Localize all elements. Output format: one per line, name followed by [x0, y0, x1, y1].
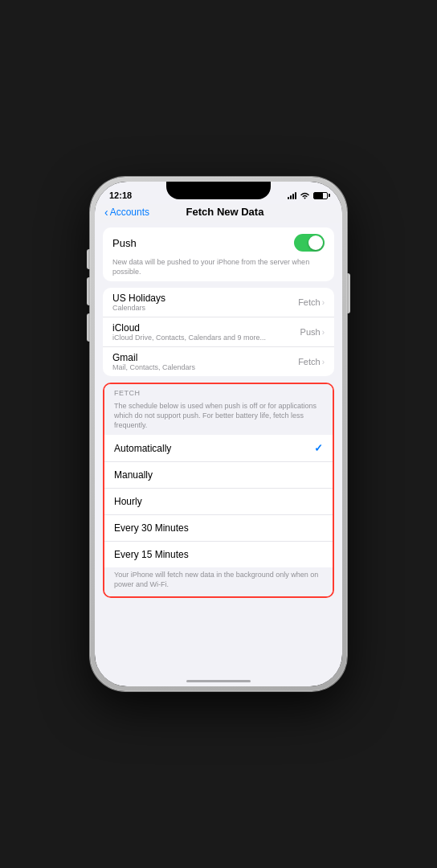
- fetch-option-label: Manually: [114, 469, 153, 481]
- account-name: iCloud: [112, 322, 266, 334]
- toggle-thumb: [308, 235, 323, 250]
- fetch-footer: Your iPhone will fetch new data in the b…: [104, 567, 333, 596]
- back-button[interactable]: ‹ Accounts: [104, 207, 149, 218]
- fetch-option-automatically[interactable]: Automatically ✓: [104, 435, 333, 462]
- volume-up-button[interactable]: [87, 277, 90, 305]
- account-action-label: Fetch: [298, 297, 321, 307]
- account-row[interactable]: US Holidays Calendars Fetch ›: [103, 288, 334, 317]
- navigation-bar: ‹ Accounts Fetch New Data: [95, 204, 342, 223]
- chevron-right-icon: ›: [322, 328, 325, 337]
- account-info: Gmail Mail, Contacts, Calendars: [112, 352, 195, 371]
- content-scroll[interactable]: Push New data will be pushed to your iPh…: [95, 223, 342, 671]
- fetch-option-label: Every 15 Minutes: [114, 549, 189, 560]
- account-row[interactable]: iCloud iCloud Drive, Contacts, Calendars…: [103, 317, 334, 347]
- account-action-label: Push: [300, 327, 321, 337]
- signal-icon: [288, 192, 296, 199]
- battery-icon: [313, 192, 328, 199]
- accounts-list: US Holidays Calendars Fetch › iCloud iCl…: [103, 288, 334, 376]
- account-info: iCloud iCloud Drive, Contacts, Calendars…: [112, 322, 266, 342]
- account-name: US Holidays: [112, 293, 165, 304]
- account-action: Push ›: [300, 327, 325, 337]
- selected-checkmark-icon: ✓: [314, 442, 323, 454]
- account-action: Fetch ›: [298, 297, 325, 307]
- account-row[interactable]: Gmail Mail, Contacts, Calendars Fetch ›: [103, 347, 334, 376]
- fetch-options-list: Automatically ✓ Manually Hourly: [104, 435, 333, 567]
- battery-fill: [314, 193, 323, 199]
- chevron-right-icon: ›: [322, 298, 325, 307]
- fetch-option-label: Every 30 Minutes: [114, 522, 189, 534]
- fetch-option-hourly[interactable]: Hourly: [104, 489, 333, 515]
- status-icons: [288, 191, 328, 199]
- account-info: US Holidays Calendars: [112, 293, 165, 312]
- fetch-header: FETCH: [104, 384, 333, 399]
- fetch-section-title: FETCH: [114, 389, 323, 397]
- account-name: Gmail: [112, 352, 195, 363]
- back-label: Accounts: [110, 207, 149, 218]
- fetch-section: FETCH The schedule below is used when pu…: [103, 383, 334, 597]
- account-sub: Mail, Contacts, Calendars: [112, 363, 195, 371]
- push-section: Push New data will be pushed to your iPh…: [103, 227, 334, 281]
- account-action-label: Fetch: [298, 357, 321, 366]
- fetch-option-label: Automatically: [114, 443, 171, 454]
- fetch-option-label: Hourly: [114, 496, 142, 507]
- back-chevron-icon: ‹: [104, 207, 108, 218]
- account-sub: Calendars: [112, 304, 165, 312]
- chevron-right-icon: ›: [322, 358, 325, 366]
- fetch-option-manually[interactable]: Manually: [104, 462, 333, 489]
- page-title: Fetch New Data: [149, 206, 300, 218]
- notch: [166, 182, 271, 199]
- mute-switch[interactable]: [87, 249, 90, 269]
- fetch-option-every-15[interactable]: Every 15 Minutes: [104, 542, 333, 567]
- account-sub: iCloud Drive, Contacts, Calendars and 9 …: [112, 334, 266, 342]
- status-time: 12:18: [109, 190, 132, 200]
- push-toggle[interactable]: [294, 234, 325, 252]
- volume-down-button[interactable]: [87, 313, 90, 342]
- push-description: New data will be pushed to your iPhone f…: [112, 258, 325, 281]
- wifi-icon: [300, 191, 310, 199]
- screen: 12:18: [95, 182, 342, 686]
- account-action: Fetch ›: [298, 357, 325, 366]
- home-indicator[interactable]: [186, 680, 251, 682]
- phone-device: 12:18: [90, 177, 347, 691]
- fetch-option-every-30[interactable]: Every 30 Minutes: [104, 515, 333, 542]
- push-row: Push: [112, 227, 325, 258]
- fetch-description: The schedule below is used when push is …: [104, 399, 333, 435]
- power-button[interactable]: [347, 273, 350, 313]
- push-label: Push: [112, 237, 137, 249]
- phone-screen-outer: 12:18: [95, 182, 342, 686]
